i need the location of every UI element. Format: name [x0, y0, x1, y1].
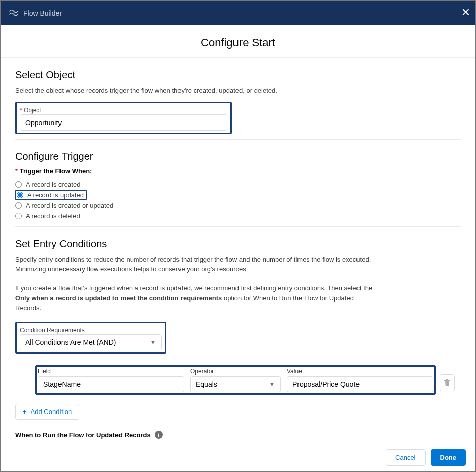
- top-bar: Flow Builder ×: [1, 1, 475, 25]
- close-icon[interactable]: ×: [462, 5, 470, 19]
- col-operator-label: Operator: [190, 368, 281, 375]
- done-button[interactable]: Done: [431, 449, 466, 466]
- section-select-object: Select Object Select the object whose re…: [15, 58, 461, 140]
- condition-requirements-highlight: Condition Requirements ▼: [15, 322, 166, 354]
- condition-row-highlight: Field Operator ▼ Value: [35, 365, 436, 395]
- condition-operator-select[interactable]: ▼: [190, 376, 281, 392]
- radio-record-deleted[interactable]: A record is deleted: [15, 211, 461, 221]
- col-value-label: Value: [287, 368, 433, 375]
- entry-conditions-desc1: Specify entry conditions to reduce the n…: [15, 255, 378, 274]
- object-highlight-box: * Object: [15, 102, 232, 134]
- select-object-heading: Select Object: [15, 69, 461, 81]
- trash-icon: [444, 379, 451, 387]
- flow-builder-icon: [9, 10, 18, 17]
- trigger-radio-list: A record is created A record is updated …: [15, 179, 461, 221]
- scroll-area[interactable]: Select Object Select the object whose re…: [1, 57, 475, 471]
- modal-title: Configure Start: [1, 25, 475, 57]
- condition-field-input[interactable]: [38, 376, 184, 392]
- configure-trigger-heading: Configure Trigger: [15, 151, 461, 162]
- col-field-label: Field: [38, 368, 184, 375]
- object-label: * Object: [20, 107, 41, 114]
- plus-icon: +: [23, 408, 27, 416]
- condition-requirements-select[interactable]: ▼: [20, 334, 162, 350]
- select-object-desc: Select the object whose records trigger …: [15, 86, 277, 96]
- section-configure-trigger: Configure Trigger * Trigger the Flow Whe…: [15, 140, 461, 227]
- entry-conditions-heading: Set Entry Conditions: [15, 238, 461, 250]
- radio-record-updated-highlight: A record is updated: [15, 190, 87, 200]
- condition-requirements-label: Condition Requirements: [20, 327, 85, 334]
- footer: Cancel Done: [1, 444, 475, 471]
- when-run-heading: When to Run the Flow for Updated Records…: [15, 431, 461, 439]
- condition-value-input[interactable]: [287, 376, 433, 392]
- info-icon[interactable]: i: [155, 431, 163, 439]
- entry-conditions-desc2: If you create a flow that's triggered wh…: [15, 283, 378, 313]
- cancel-button[interactable]: Cancel: [386, 449, 425, 466]
- radio-record-updated[interactable]: A record is updated: [17, 191, 84, 199]
- add-condition-button[interactable]: + Add Condition: [15, 404, 79, 420]
- trigger-label: * Trigger the Flow When:: [15, 167, 461, 175]
- radio-record-created-updated[interactable]: A record is created or updated: [15, 200, 461, 211]
- section-entry-conditions: Set Entry Conditions Specify entry condi…: [15, 227, 461, 469]
- app-title: Flow Builder: [23, 9, 62, 17]
- object-input[interactable]: [20, 114, 227, 131]
- radio-record-created[interactable]: A record is created: [15, 179, 461, 190]
- delete-condition-button[interactable]: [440, 374, 455, 391]
